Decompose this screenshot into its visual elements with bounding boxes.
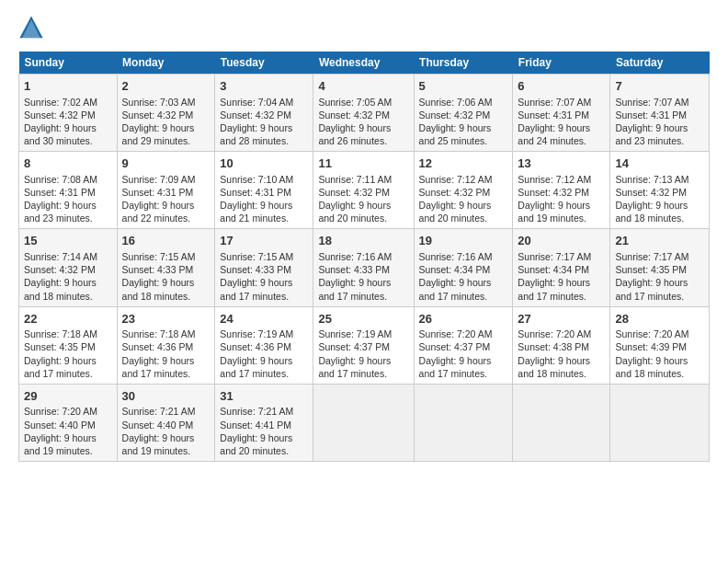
- day-info-line: Daylight: 9 hours: [24, 431, 112, 444]
- calendar-header-cell: Thursday: [414, 52, 513, 75]
- day-info-line: Sunset: 4:32 PM: [24, 109, 112, 121]
- calendar-header-cell: Monday: [117, 52, 215, 75]
- day-info-line: Sunset: 4:31 PM: [24, 186, 112, 199]
- day-info-line: and 18 minutes.: [615, 367, 704, 380]
- day-info-line: Daylight: 9 hours: [24, 121, 112, 134]
- calendar-day-cell: 13Sunrise: 7:12 AMSunset: 4:32 PMDayligh…: [513, 152, 610, 229]
- day-info-line: and 23 minutes.: [24, 212, 112, 224]
- day-info-line: and 17 minutes.: [220, 367, 308, 380]
- day-info-line: Sunrise: 7:20 AM: [518, 327, 605, 340]
- day-info-line: Sunrise: 7:16 AM: [318, 250, 408, 263]
- day-number: 1: [24, 78, 112, 95]
- day-info-line: Daylight: 9 hours: [419, 354, 508, 367]
- day-number: 18: [318, 233, 408, 249]
- day-info-line: Sunset: 4:34 PM: [419, 263, 508, 276]
- day-info-line: Daylight: 9 hours: [615, 199, 704, 212]
- day-info-line: and 24 minutes.: [518, 134, 605, 147]
- day-info-line: and 17 minutes.: [419, 367, 508, 380]
- day-info-line: Sunrise: 7:18 AM: [122, 327, 210, 340]
- day-number: 13: [518, 155, 605, 172]
- day-info-line: Sunrise: 7:17 AM: [518, 250, 605, 263]
- calendar-day-cell: 8Sunrise: 7:08 AMSunset: 4:31 PMDaylight…: [19, 152, 118, 229]
- day-info-line: Sunset: 4:39 PM: [615, 340, 704, 353]
- calendar-header-cell: Wednesday: [313, 52, 414, 75]
- day-info-line: and 18 minutes.: [518, 367, 605, 380]
- day-info-line: Daylight: 9 hours: [220, 199, 308, 212]
- day-info-line: and 30 minutes.: [24, 134, 112, 147]
- day-number: 30: [122, 388, 210, 405]
- day-info-line: Sunset: 4:35 PM: [24, 340, 112, 353]
- day-info-line: Sunrise: 7:06 AM: [419, 96, 508, 109]
- day-number: 2: [122, 78, 210, 95]
- calendar-day-cell: [414, 384, 513, 461]
- day-info-line: and 20 minutes.: [318, 212, 408, 224]
- day-info-line: Sunrise: 7:07 AM: [615, 96, 704, 109]
- day-info-line: Daylight: 9 hours: [318, 199, 408, 212]
- day-number: 29: [24, 388, 112, 405]
- calendar-day-cell: 18Sunrise: 7:16 AMSunset: 4:33 PMDayligh…: [313, 229, 414, 306]
- day-info-line: Daylight: 9 hours: [220, 354, 308, 367]
- day-info-line: Daylight: 9 hours: [318, 354, 408, 367]
- calendar-day-cell: 16Sunrise: 7:15 AMSunset: 4:33 PMDayligh…: [117, 229, 215, 306]
- day-info-line: Sunrise: 7:20 AM: [615, 327, 704, 340]
- day-info-line: Daylight: 9 hours: [419, 276, 508, 289]
- day-info-line: Daylight: 9 hours: [220, 431, 308, 444]
- day-info-line: Sunrise: 7:03 AM: [122, 96, 210, 109]
- day-number: 6: [518, 78, 605, 95]
- day-info-line: Daylight: 9 hours: [318, 276, 408, 289]
- day-info-line: Sunrise: 7:20 AM: [24, 405, 112, 418]
- calendar-day-cell: 9Sunrise: 7:09 AMSunset: 4:31 PMDaylight…: [117, 152, 215, 229]
- day-info-line: Sunset: 4:31 PM: [220, 186, 308, 199]
- calendar-day-cell: [610, 384, 710, 461]
- day-info-line: and 17 minutes.: [318, 290, 408, 303]
- day-info-line: Daylight: 9 hours: [615, 121, 704, 134]
- day-info-line: Sunset: 4:34 PM: [518, 263, 605, 276]
- calendar-day-cell: [313, 384, 414, 461]
- day-info-line: and 22 minutes.: [122, 212, 210, 224]
- day-info-line: Sunrise: 7:21 AM: [122, 405, 210, 418]
- calendar-header-row: SundayMondayTuesdayWednesdayThursdayFrid…: [19, 52, 710, 75]
- day-info-line: Sunrise: 7:09 AM: [122, 173, 210, 186]
- day-info-line: Daylight: 9 hours: [122, 199, 210, 212]
- day-info-line: Sunset: 4:32 PM: [318, 186, 408, 199]
- calendar-day-cell: 31Sunrise: 7:21 AMSunset: 4:41 PMDayligh…: [215, 384, 313, 461]
- page: SundayMondayTuesdayWednesdayThursdayFrid…: [0, 0, 728, 471]
- day-info-line: and 17 minutes.: [24, 367, 112, 380]
- day-info-line: and 17 minutes.: [615, 290, 704, 303]
- day-info-line: Sunrise: 7:19 AM: [318, 327, 408, 340]
- calendar-day-cell: 3Sunrise: 7:04 AMSunset: 4:32 PMDaylight…: [215, 75, 313, 152]
- day-number: 9: [122, 155, 210, 172]
- day-info-line: Sunset: 4:38 PM: [518, 340, 605, 353]
- calendar-body: 1Sunrise: 7:02 AMSunset: 4:32 PMDaylight…: [19, 75, 710, 462]
- calendar-week-row: 22Sunrise: 7:18 AMSunset: 4:35 PMDayligh…: [19, 306, 710, 384]
- day-info-line: Sunrise: 7:12 AM: [419, 173, 508, 186]
- day-number: 26: [419, 311, 508, 327]
- day-info-line: and 25 minutes.: [419, 134, 508, 147]
- day-info-line: and 29 minutes.: [122, 134, 210, 147]
- day-info-line: and 17 minutes.: [122, 367, 210, 380]
- day-info-line: Daylight: 9 hours: [419, 199, 508, 212]
- day-info-line: Daylight: 9 hours: [24, 276, 112, 289]
- calendar-day-cell: 6Sunrise: 7:07 AMSunset: 4:31 PMDaylight…: [513, 75, 610, 152]
- day-info-line: Sunset: 4:32 PM: [419, 186, 508, 199]
- day-info-line: Daylight: 9 hours: [615, 354, 704, 367]
- day-info-line: Sunset: 4:31 PM: [122, 186, 210, 199]
- day-number: 23: [122, 311, 210, 327]
- day-info-line: Daylight: 9 hours: [220, 121, 308, 134]
- calendar-day-cell: 17Sunrise: 7:15 AMSunset: 4:33 PMDayligh…: [215, 229, 313, 306]
- calendar-header-cell: Friday: [513, 52, 610, 75]
- day-info-line: and 17 minutes.: [220, 290, 308, 303]
- day-info-line: Sunrise: 7:14 AM: [24, 250, 112, 263]
- day-info-line: Sunset: 4:37 PM: [419, 340, 508, 353]
- day-info-line: and 20 minutes.: [419, 212, 508, 224]
- day-info-line: Sunrise: 7:10 AM: [220, 173, 308, 186]
- calendar-header-cell: Tuesday: [215, 52, 313, 75]
- day-number: 31: [220, 388, 308, 405]
- day-info-line: Daylight: 9 hours: [122, 276, 210, 289]
- day-info-line: Daylight: 9 hours: [518, 121, 605, 134]
- calendar-day-cell: 19Sunrise: 7:16 AMSunset: 4:34 PMDayligh…: [414, 229, 513, 306]
- day-info-line: Sunset: 4:32 PM: [24, 263, 112, 276]
- day-number: 24: [220, 311, 308, 327]
- day-number: 17: [220, 233, 308, 249]
- header: [18, 15, 710, 40]
